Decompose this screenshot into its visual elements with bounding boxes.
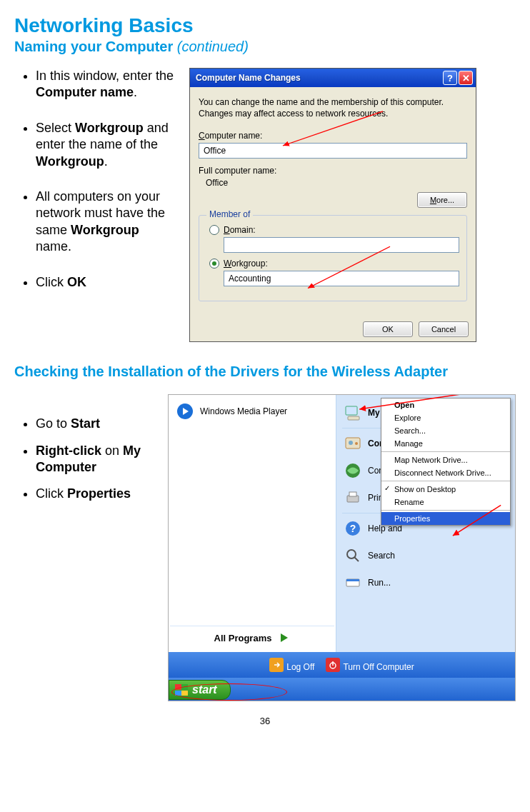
text-bold: Start	[71, 416, 100, 431]
workgroup-input[interactable]	[224, 271, 459, 286]
all-programs-button[interactable]: All Programs	[170, 626, 334, 649]
label: Windows Media Player	[200, 406, 287, 416]
full-name-value: Office	[199, 178, 467, 188]
close-button[interactable]: ✕	[459, 71, 473, 85]
label: Log Off	[286, 662, 314, 672]
help-icon: ?	[344, 519, 362, 538]
taskbar: start	[169, 678, 515, 701]
printer-icon	[344, 488, 362, 507]
svg-rect-8	[348, 416, 359, 420]
member-of-group: Member of Domain: Workgroup:	[199, 215, 467, 301]
label: Search	[368, 551, 395, 561]
ok-button[interactable]: OK	[363, 321, 413, 337]
text-bold: Workgroup	[71, 223, 139, 237]
text-bold: Workgroup	[36, 154, 104, 169]
my-computer-context-menu: Open Explore Search... Manage Map Networ…	[381, 398, 511, 526]
start-menu-bottom: Log Off Turn Off Computer	[169, 652, 515, 678]
domain-radio[interactable]: Domain:	[209, 225, 459, 235]
ctx-map-drive[interactable]: Map Network Drive...	[381, 453, 510, 466]
text: name.	[36, 239, 71, 254]
ctx-disconnect-drive[interactable]: Disconnect Network Drive...	[381, 466, 510, 479]
control-panel-icon	[344, 434, 362, 453]
computer-name-changes-dialog: Computer Name Changes ? ✕ You can change…	[189, 68, 476, 342]
titlebar-text: Computer Name Changes	[196, 73, 441, 83]
workgroup-radio[interactable]: Workgroup:	[209, 259, 459, 269]
instruction-item: Right-click on My Computer	[36, 443, 157, 476]
instruction-item: Select Workgroup and enter the name of t…	[36, 120, 175, 170]
instruction-item: All computers on your network must have …	[36, 189, 175, 256]
ctx-manage[interactable]: Manage	[381, 437, 510, 450]
full-name-label: Full computer name:	[199, 166, 467, 176]
svg-rect-14	[349, 492, 356, 496]
start-menu-right: My Com Control P Connect	[336, 395, 515, 652]
ctx-search[interactable]: Search...	[381, 424, 510, 437]
svg-marker-6	[281, 633, 288, 642]
instruction-item: Click OK	[36, 274, 175, 291]
svg-rect-20	[346, 579, 359, 581]
label: Run...	[368, 578, 391, 588]
instructions-list-2: Go to Start Right-click on My Computer C…	[14, 416, 157, 503]
page-title: Networking Basics	[14, 14, 516, 37]
text: .	[134, 85, 137, 99]
run-icon	[344, 573, 362, 592]
turn-off-button[interactable]: Turn Off Computer	[326, 658, 414, 672]
domain-input[interactable]	[224, 237, 459, 253]
start-menu-left: Windows Media Player All Programs	[169, 395, 336, 652]
start-item-wmp[interactable]: Windows Media Player	[170, 398, 334, 425]
ctx-open[interactable]: Open	[381, 399, 510, 411]
start-item-run[interactable]: Run...	[338, 569, 514, 596]
ctx-explore[interactable]: Explore	[381, 411, 510, 424]
page-number: 36	[14, 716, 516, 726]
dialog-titlebar[interactable]: Computer Name Changes ? ✕	[190, 69, 476, 87]
text-bold: Workgroup	[75, 121, 144, 135]
svg-point-11	[355, 442, 358, 445]
text: In this window, enter the	[36, 69, 174, 83]
search-icon	[344, 546, 362, 565]
svg-point-10	[349, 441, 353, 445]
start-menu-panel: Windows Media Player All Programs My Com	[168, 394, 516, 701]
log-off-button[interactable]: Log Off	[269, 658, 314, 672]
groupbox-title: Member of	[206, 209, 253, 219]
computer-name-input[interactable]	[199, 143, 467, 159]
ctx-rename[interactable]: Rename	[381, 496, 510, 508]
logoff-icon	[269, 658, 284, 672]
computer-name-label: Computer name:	[199, 131, 467, 141]
svg-line-18	[354, 557, 359, 561]
instruction-item: Go to Start	[36, 416, 157, 432]
svg-text:?: ?	[350, 523, 356, 534]
radio-unchecked-icon	[209, 225, 219, 235]
text: .	[104, 154, 108, 169]
help-button[interactable]: ?	[443, 71, 457, 85]
page-subtitle: Naming your Computer (continued)	[14, 39, 516, 55]
arrow-right-icon	[279, 632, 290, 643]
text: Select	[36, 121, 75, 135]
text-bold: Properties	[67, 486, 131, 501]
instruction-item: Click Properties	[36, 486, 157, 502]
ctx-properties[interactable]: Properties	[381, 512, 510, 525]
text-bold: Right-click	[36, 443, 101, 458]
radio-checked-icon	[209, 259, 219, 269]
label: Turn Off Computer	[343, 662, 414, 672]
section-2-title: Checking the Installation of the Drivers…	[14, 364, 516, 380]
subtitle-continued: (continued)	[177, 39, 249, 54]
svg-rect-9	[346, 438, 360, 448]
ctx-show-desktop[interactable]: Show on Desktop	[381, 483, 510, 496]
instruction-item: In this window, enter the Computer name.	[36, 68, 175, 101]
computer-icon	[344, 404, 362, 422]
more-button[interactable]: More...	[417, 192, 467, 208]
dialog-info-text: You can change the name and the membersh…	[199, 97, 467, 119]
cancel-button[interactable]: Cancel	[419, 321, 469, 337]
wmp-icon	[176, 402, 194, 421]
label: All Programs	[214, 633, 272, 643]
text-bold: OK	[67, 275, 86, 289]
connect-icon	[344, 461, 362, 480]
workgroup-label: Workgroup:	[224, 259, 268, 269]
text: Click	[36, 486, 67, 501]
annotation-ellipse	[171, 683, 287, 701]
turnoff-icon	[326, 658, 340, 672]
instructions-list-1: In this window, enter the Computer name.…	[14, 68, 175, 291]
start-item-search[interactable]: Search	[338, 542, 514, 569]
text-bold: Computer name	[36, 85, 134, 99]
text: on	[101, 443, 123, 458]
text: Click	[36, 275, 67, 289]
